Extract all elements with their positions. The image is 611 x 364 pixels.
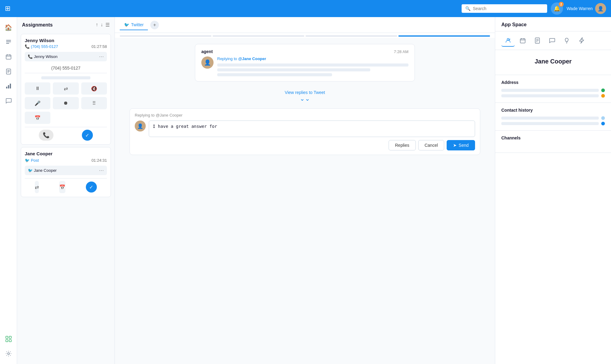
jenny-name: Jenny Wilson xyxy=(25,38,107,43)
svg-rect-8 xyxy=(7,70,10,71)
send-icon: ➤ xyxy=(453,143,457,148)
phone-icon: 📞 xyxy=(25,44,30,49)
jane-sub: 🐦 Jane Cooper ⋯ xyxy=(25,166,107,175)
msg-line-2 xyxy=(217,68,370,71)
volume-mute-btn[interactable]: 🔇 xyxy=(81,82,107,95)
end-call-btn[interactable]: 📞 xyxy=(39,130,53,141)
search-input[interactable] xyxy=(473,6,543,11)
reply-actions: Replies Cancel ➤ Send xyxy=(135,140,475,150)
call-actions: 📞 ✓ xyxy=(25,127,107,141)
right-panel: App Space xyxy=(495,17,611,364)
jane-calendar-btn[interactable]: 📅 xyxy=(59,181,65,193)
notification-badge: 2 xyxy=(559,2,564,7)
pause-btn[interactable]: ⏸ xyxy=(25,82,50,95)
msg-line-1 xyxy=(217,63,408,67)
sidebar-item-clipboard[interactable] xyxy=(2,65,15,78)
add-tab-btn[interactable]: + xyxy=(150,21,159,29)
jane-sub-menu[interactable]: ⋯ xyxy=(99,168,104,173)
svg-rect-17 xyxy=(9,340,11,342)
app-icon-chat[interactable] xyxy=(545,34,559,47)
message-card: agent 7:28 AM 👤 Replying to @Jane Cooper xyxy=(195,44,415,81)
grid-icon[interactable]: ⊞ xyxy=(5,5,10,13)
search-icon: 🔍 xyxy=(465,6,470,11)
svg-point-18 xyxy=(8,353,9,355)
transfer-btn[interactable]: ⇄ xyxy=(53,82,79,95)
user-name: Wade Warren xyxy=(567,6,593,11)
upload-icon[interactable]: ↑ xyxy=(96,22,98,28)
reply-box: Replying to @Jane Cooper 👤 I have a grea… xyxy=(130,108,480,155)
call-controls: ⏸ ⇄ 🔇 🎤 ⏺ ⠿ 📅 xyxy=(25,82,107,124)
view-replies: View replies to Tweet ⌄⌄ xyxy=(122,86,488,106)
address-dot-orange xyxy=(601,94,605,98)
send-btn[interactable]: ➤ Send xyxy=(447,140,475,150)
left-sidebar: 🏠 xyxy=(0,17,17,364)
calendar-btn[interactable]: 📅 xyxy=(25,112,50,124)
user-profile[interactable]: Wade Warren 👤 xyxy=(567,3,606,14)
sidebar-item-chat[interactable] xyxy=(2,94,15,107)
sidebar-item-reports[interactable] xyxy=(2,79,15,93)
tabs-bar: 🐦 Twitter + xyxy=(115,17,495,33)
replying-to: Replying to @Jane Cooper xyxy=(217,56,408,61)
chevron-down-double-icon[interactable]: ⌄⌄ xyxy=(122,95,488,102)
msg-line-3 xyxy=(217,73,332,76)
app-icon-lightbulb[interactable] xyxy=(560,34,573,47)
svg-rect-10 xyxy=(7,72,9,73)
segment-4 xyxy=(398,35,490,37)
sidebar-item-home[interactable]: 🏠 xyxy=(2,21,15,34)
replies-btn[interactable]: Replies xyxy=(389,140,416,150)
jane-transfer-btn[interactable]: ⇄ xyxy=(35,181,39,193)
svg-rect-3 xyxy=(6,55,11,59)
reply-input-row: 👤 I have a great answer for xyxy=(135,121,475,137)
sidebar-item-calendar[interactable] xyxy=(2,50,15,63)
jenny-sub-menu[interactable]: ⋯ xyxy=(99,54,104,59)
address-lines xyxy=(501,88,605,98)
app-icon-lightning[interactable] xyxy=(575,34,588,47)
message-avatar: 👤 xyxy=(201,56,214,69)
download-icon[interactable]: ↓ xyxy=(101,22,103,28)
history-dot-lightblue xyxy=(601,116,605,120)
jenny-phone-row: 📞 (704) 555-0127 01:27:58 xyxy=(25,44,107,49)
message-lines xyxy=(217,63,408,76)
jane-sub-name: 🐦 Jane Cooper xyxy=(28,168,57,173)
address-section: Address xyxy=(495,75,611,103)
reply-avatar: 👤 xyxy=(135,121,146,132)
jane-confirm-btn[interactable]: ✓ xyxy=(86,182,97,193)
sidebar-item-integrations[interactable] xyxy=(2,332,15,346)
main-content: 🐦 Twitter + agent 7:28 AM 👤 Replying to … xyxy=(115,17,495,364)
channels-section: Channels xyxy=(495,131,611,153)
view-replies-link[interactable]: View replies to Tweet xyxy=(122,90,488,95)
record-btn[interactable]: ⏺ xyxy=(53,97,79,109)
jenny-sub-name: 📞 Jenny Wilson xyxy=(28,54,57,59)
jenny-phone[interactable]: 📞 (704) 555-0127 xyxy=(25,44,58,49)
history-line-2-row xyxy=(501,122,605,125)
assignments-actions: ↑ ↓ ☰ xyxy=(96,22,110,28)
keypad-btn[interactable]: ⠿ xyxy=(81,97,107,109)
app-icon-notes[interactable] xyxy=(531,34,544,47)
menu-icon[interactable]: ☰ xyxy=(105,22,110,28)
cancel-btn[interactable]: Cancel xyxy=(418,140,445,150)
history-line-1-row xyxy=(501,116,605,120)
sidebar-item-list[interactable] xyxy=(2,35,15,49)
app-icon-contact[interactable] xyxy=(501,34,515,47)
app-space-header: App Space xyxy=(495,17,611,31)
notification-bell[interactable]: 🔔 2 xyxy=(551,2,563,15)
confirm-btn[interactable]: ✓ xyxy=(82,130,93,141)
sidebar-item-settings[interactable] xyxy=(2,347,15,360)
svg-rect-11 xyxy=(6,87,7,88)
tab-twitter[interactable]: 🐦 Twitter xyxy=(120,20,148,30)
address-line-1-row xyxy=(501,88,605,92)
reply-input[interactable]: I have a great answer for xyxy=(149,121,475,137)
jane-cooper-card: Jane Cooper 🐦 Post 01:24:31 🐦 Jane Coope… xyxy=(21,147,111,197)
svg-rect-12 xyxy=(8,85,9,88)
mic-off-btn[interactable]: 🎤 xyxy=(25,97,50,109)
address-line-2-row xyxy=(501,94,605,98)
reply-to-label: Replying to @Jane Cooper xyxy=(135,113,475,117)
svg-rect-16 xyxy=(6,340,8,342)
chat-area: agent 7:28 AM 👤 Replying to @Jane Cooper xyxy=(115,38,495,364)
app-icon-calendar[interactable] xyxy=(516,34,529,47)
avatar: 👤 xyxy=(595,3,606,14)
search-bar: 🔍 xyxy=(462,4,547,13)
top-nav: ⊞ 🔍 🔔 2 Wade Warren 👤 xyxy=(0,0,611,17)
contact-profile: Jane Cooper xyxy=(495,50,611,75)
contact-history-title: Contact history xyxy=(501,108,605,113)
